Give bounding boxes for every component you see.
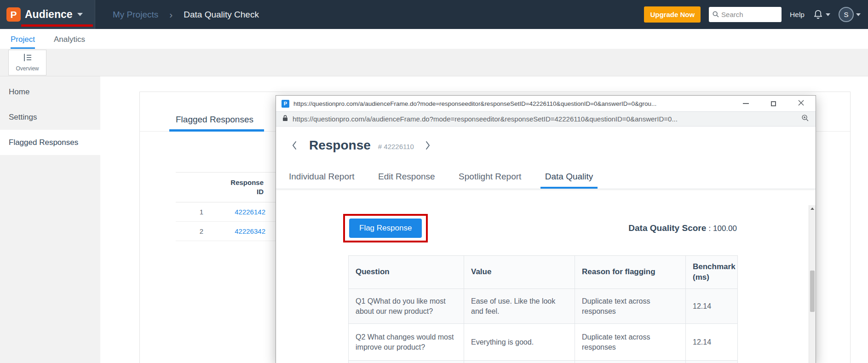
response-id-link[interactable]: 42226142	[227, 208, 265, 216]
tab-individual-report[interactable]: Individual Report	[284, 172, 359, 189]
address-bar: https://questionpro.com/a/audienceFrame.…	[276, 111, 816, 127]
data-quality-section: Flag Response Data Quality Score : 100.0…	[276, 214, 816, 363]
benchmark-cell: 12.14	[686, 324, 738, 361]
maximize-button[interactable]	[770, 100, 777, 107]
benchmark-cell: 12.14	[686, 289, 738, 324]
window-title-url: https://questionpro.com/a/audienceFrame.…	[293, 100, 721, 107]
reason-link[interactable]: Duplicate text across responses	[575, 289, 686, 324]
minimize-button[interactable]	[742, 100, 749, 107]
value-cell: Everything is good.	[464, 324, 575, 361]
tab-data-quality[interactable]: Data Quality	[540, 172, 598, 189]
scrollbar-thumb[interactable]	[810, 271, 815, 312]
response-header: Response # 42226110	[276, 127, 816, 159]
sidebar-item-settings[interactable]: Settings	[0, 104, 100, 130]
notifications-control[interactable]	[813, 8, 830, 21]
tab-flagged-responses[interactable]: Flagged Responses	[176, 115, 253, 125]
previous-response-button[interactable]	[292, 141, 297, 150]
sidebar: Home Settings Flagged Responses	[0, 76, 100, 363]
column-header-reason: Reason for flagging	[575, 256, 686, 289]
annotation-red-underline	[21, 24, 93, 27]
upgrade-now-button[interactable]: Upgrade Now	[644, 6, 701, 23]
account-menu[interactable]: S	[839, 7, 861, 22]
chevron-down-icon	[856, 13, 861, 16]
close-icon	[798, 99, 804, 108]
scroll-up-button[interactable]	[809, 205, 816, 212]
sidebar-item-home[interactable]: Home	[0, 79, 100, 104]
app-screen: P Audience My Projects › Data Quality Ch…	[0, 0, 868, 363]
maximize-icon	[771, 101, 776, 106]
breadcrumb-my-projects[interactable]: My Projects	[113, 10, 158, 20]
page-title: Data Quality Check	[184, 10, 259, 20]
chevron-down-icon	[77, 13, 83, 16]
table-row: Q1 QWhat do you like most about our new …	[349, 289, 738, 324]
question-cell: Q1 QWhat do you like most about our new …	[349, 289, 464, 324]
response-id-link[interactable]: 42226342	[227, 227, 265, 235]
data-quality-score: Data Quality Score : 100.00	[628, 223, 737, 233]
top-bar: P Audience My Projects › Data Quality Ch…	[0, 0, 868, 29]
tab-spotlight-report[interactable]: Spotlight Report	[454, 172, 526, 189]
column-header-value: Value	[464, 256, 575, 289]
help-link[interactable]: Help	[790, 11, 805, 19]
tab-edit-response[interactable]: Edit Response	[374, 172, 440, 189]
bell-icon	[813, 8, 823, 21]
overview-label: Overview	[16, 65, 39, 72]
scrollbar[interactable]	[809, 205, 816, 363]
lock-icon	[282, 115, 288, 123]
next-response-button[interactable]	[425, 141, 431, 150]
toolbar-strip: Overview	[0, 49, 868, 76]
address-url[interactable]: https://questionpro.com/a/audienceFrame.…	[293, 115, 801, 123]
breadcrumb: My Projects › Data Quality Check	[113, 10, 259, 20]
window-titlebar[interactable]: P https://questionpro.com/a/audienceFram…	[276, 96, 816, 111]
primary-tabs: Project Analytics	[0, 29, 868, 49]
favicon-icon: P	[282, 100, 289, 108]
breadcrumb-chevron-icon: ›	[169, 10, 172, 19]
sidebar-item-flagged-responses[interactable]: Flagged Responses	[0, 130, 100, 155]
question-cell: Q2 What changes would most improve our p…	[349, 324, 464, 361]
column-header-question: Question	[349, 256, 464, 289]
response-id-value: # 42226110	[378, 141, 414, 150]
score-label: Data Quality Score	[628, 223, 706, 233]
search-input[interactable]	[709, 7, 782, 22]
product-name: Audience	[25, 8, 73, 21]
row-index: 2	[176, 227, 227, 235]
overview-button[interactable]: Overview	[8, 50, 46, 75]
response-editor-window: P https://questionpro.com/a/audienceFram…	[276, 95, 816, 363]
close-button[interactable]	[797, 100, 805, 107]
overview-icon	[23, 53, 32, 63]
data-quality-table: Question Value Reason for flagging Bench…	[348, 255, 738, 363]
minimize-icon	[743, 103, 749, 104]
reason-link[interactable]: Duplicate text across responses	[575, 324, 686, 361]
zoom-icon[interactable]	[801, 114, 809, 124]
annotation-red-box: Flag Response	[343, 214, 428, 242]
table-row: Q2 What changes would most improve our p…	[349, 324, 738, 361]
value-cell: Ease of use. Like the look and feel.	[464, 289, 575, 324]
chevron-down-icon	[826, 13, 830, 16]
table-row-partial	[349, 361, 738, 363]
window-controls	[742, 100, 810, 107]
response-title: Response	[309, 138, 371, 153]
tab-project[interactable]: Project	[11, 35, 35, 49]
row-index: 1	[176, 208, 227, 216]
active-tab-underline	[169, 129, 264, 132]
column-header-benchmark: Benchmark (ms)	[686, 256, 738, 289]
global-search	[709, 7, 782, 22]
topbar-actions: Upgrade Now Help S	[644, 6, 868, 23]
product-switcher[interactable]: P Audience	[0, 0, 95, 29]
questionpro-logo-icon: P	[6, 7, 21, 22]
flag-score-row: Flag Response Data Quality Score : 100.0…	[343, 214, 737, 242]
table-header-row: Question Value Reason for flagging Bench…	[349, 256, 738, 289]
tab-analytics[interactable]: Analytics	[54, 35, 85, 49]
flag-response-button[interactable]: Flag Response	[349, 219, 422, 238]
response-tabs: Individual Report Edit Response Spotligh…	[276, 159, 816, 189]
column-header-response-id: Response ID	[229, 178, 264, 197]
scroll-up-icon	[811, 207, 814, 210]
avatar: S	[839, 7, 854, 22]
score-value: : 100.00	[709, 224, 737, 233]
